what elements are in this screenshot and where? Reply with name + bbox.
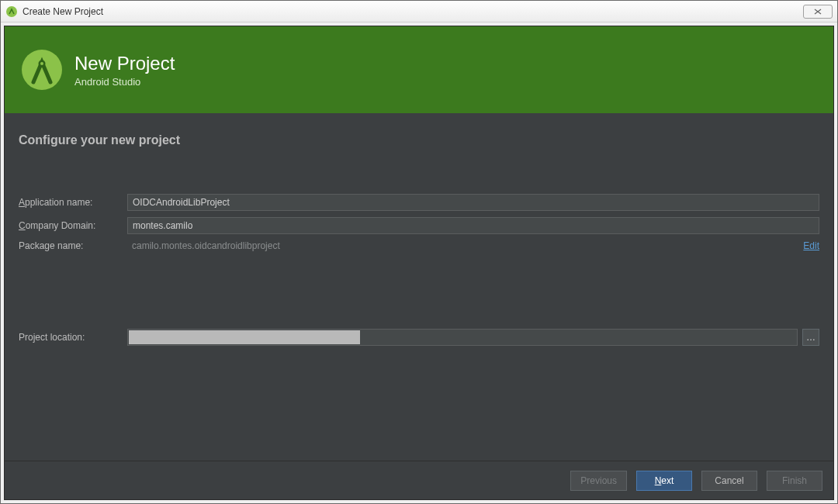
banner-subtitle: Android Studio bbox=[74, 76, 175, 88]
svg-point-2 bbox=[22, 50, 62, 90]
dialog-window: Create New Project New Project Android S… bbox=[0, 0, 838, 504]
label-application-name: Application name: bbox=[19, 197, 127, 208]
close-icon bbox=[810, 8, 826, 16]
finish-button[interactable]: Finish bbox=[767, 471, 822, 491]
row-company-domain: Company Domain: bbox=[19, 217, 819, 234]
row-package-name: Package name: camilo.montes.oidcandroidl… bbox=[19, 240, 819, 251]
titlebar: Create New Project bbox=[1, 1, 837, 22]
client-area: New Project Android Studio Configure you… bbox=[4, 26, 834, 500]
cancel-button[interactable]: Cancel bbox=[701, 471, 757, 491]
next-button[interactable]: Next bbox=[636, 471, 692, 491]
section-title: Configure your new project bbox=[19, 133, 819, 147]
ellipsis-icon: … bbox=[806, 332, 815, 343]
label-project-location: Project location: bbox=[19, 332, 127, 343]
android-studio-logo-icon bbox=[20, 48, 64, 91]
svg-point-4 bbox=[40, 62, 43, 65]
window-title: Create New Project bbox=[23, 6, 103, 17]
project-location-input[interactable] bbox=[127, 329, 798, 346]
banner: New Project Android Studio bbox=[5, 26, 833, 113]
package-name-value: camilo.montes.oidcandroidlibproject bbox=[127, 240, 798, 251]
android-studio-icon bbox=[5, 5, 18, 18]
content-area: Configure your new project Application n… bbox=[5, 113, 833, 461]
footer: Previous Next Cancel Finish bbox=[5, 461, 833, 499]
application-name-input[interactable] bbox=[127, 194, 819, 211]
label-company-domain: Company Domain: bbox=[19, 220, 127, 231]
company-domain-input[interactable] bbox=[127, 217, 819, 234]
edit-package-link[interactable]: Edit bbox=[803, 240, 819, 251]
svg-point-1 bbox=[11, 9, 12, 10]
previous-button[interactable]: Previous bbox=[570, 471, 627, 491]
browse-location-button[interactable]: … bbox=[802, 329, 819, 346]
banner-title: New Project bbox=[74, 53, 175, 74]
label-package-name: Package name: bbox=[19, 240, 127, 251]
row-project-location: Project location: … bbox=[19, 329, 819, 346]
row-application-name: Application name: bbox=[19, 194, 819, 211]
close-button[interactable] bbox=[803, 5, 833, 19]
svg-point-0 bbox=[6, 6, 17, 17]
